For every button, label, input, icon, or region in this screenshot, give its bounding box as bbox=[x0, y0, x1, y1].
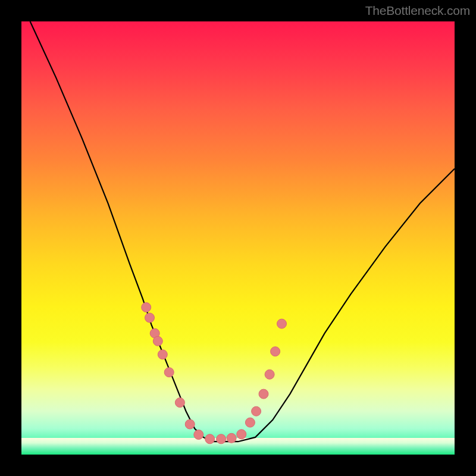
curve-dot bbox=[185, 419, 195, 429]
curve-dot bbox=[142, 303, 151, 312]
curve-dot bbox=[194, 430, 203, 440]
curve-dot bbox=[277, 319, 287, 328]
curve-dot bbox=[217, 434, 226, 444]
plot-area bbox=[21, 21, 455, 455]
curve-dot bbox=[175, 398, 184, 408]
outer-frame: TheBottleneck.com bbox=[0, 0, 476, 476]
curve-dot bbox=[153, 336, 162, 346]
curve-dot bbox=[271, 347, 280, 356]
curve-dot bbox=[145, 313, 155, 322]
curve-dot bbox=[158, 350, 167, 359]
curve-dots bbox=[142, 303, 287, 444]
bottleneck-curve bbox=[30, 21, 455, 441]
curve-dot bbox=[259, 389, 268, 399]
chart-svg bbox=[21, 21, 455, 455]
curve-dot bbox=[164, 368, 174, 377]
curve-dot bbox=[205, 434, 215, 444]
curve-dot bbox=[245, 418, 255, 427]
curve-dot bbox=[237, 430, 246, 439]
curve-dot bbox=[227, 433, 236, 443]
curve-dot bbox=[265, 369, 274, 379]
curve-dot bbox=[252, 406, 261, 416]
watermark-text: TheBottleneck.com bbox=[365, 4, 470, 18]
